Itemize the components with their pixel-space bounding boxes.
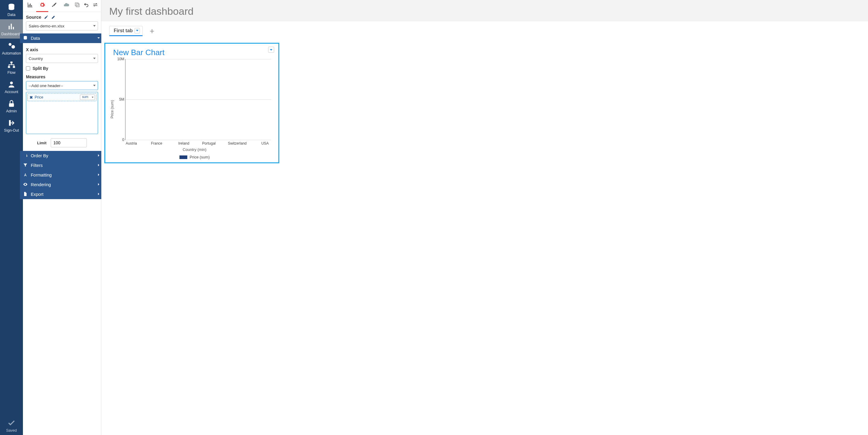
- svg-rect-7: [8, 66, 10, 68]
- x-axis-ticks: AustriaBelgiumFranceGermanyIrelandItalyP…: [125, 141, 271, 145]
- limit-input[interactable]: [51, 138, 87, 147]
- section-label: Filters: [31, 163, 42, 168]
- section-filters[interactable]: Filters: [20, 161, 104, 170]
- tool-style[interactable]: [48, 0, 60, 12]
- dashboard-canvas: First tab ＋ New Bar Chart Price (sum) 05…: [101, 22, 868, 435]
- svg-point-5: [11, 45, 15, 49]
- nav-item-label: Automation: [2, 51, 21, 56]
- xaxis-select[interactable]: Country: [26, 54, 98, 63]
- nav-item-signout[interactable]: Sign-Out: [0, 116, 23, 135]
- nav-item-label: Saved: [6, 428, 17, 433]
- cloud-icon: [63, 2, 69, 9]
- section-label: Rendering: [31, 182, 51, 187]
- measure-agg-select[interactable]: sum: [80, 95, 95, 100]
- main-area: My first dashboard First tab ＋ New Bar C…: [101, 0, 868, 435]
- file-icon: [23, 192, 28, 197]
- svg-rect-14: [75, 3, 78, 6]
- svg-point-16: [24, 36, 27, 37]
- chart-card[interactable]: New Bar Chart Price (sum) 05M10M Austria…: [104, 43, 279, 163]
- svg-point-9: [10, 81, 13, 85]
- tabs-row: First tab ＋: [101, 22, 868, 37]
- gears-icon: [7, 41, 16, 50]
- section-label: Formatting: [31, 173, 52, 177]
- source-label: Source: [26, 14, 41, 20]
- tool-exchange[interactable]: [73, 0, 82, 12]
- tool-settings[interactable]: [36, 0, 48, 12]
- section-rendering[interactable]: Rendering: [20, 180, 104, 190]
- edit-source-icon[interactable]: [44, 15, 49, 20]
- section-label: Order By: [31, 153, 48, 158]
- tool-chart-type[interactable]: [24, 0, 36, 12]
- swap-icon: [92, 2, 98, 9]
- tool-undo[interactable]: [82, 0, 91, 12]
- nav-rail: Data Dashboards Automation Flow Account …: [0, 0, 23, 435]
- gear-icon: [39, 2, 45, 9]
- tool-cloud[interactable]: [60, 0, 72, 12]
- nav-item-saved: Saved: [0, 416, 23, 435]
- limit-label: Limit: [37, 141, 46, 145]
- measure-chip-price[interactable]: ✖ Price sum: [27, 93, 96, 101]
- svg-point-4: [9, 43, 11, 46]
- gridline: [125, 140, 271, 140]
- svg-rect-1: [9, 26, 10, 30]
- chevron-right-icon: [96, 153, 101, 159]
- pencil-icon[interactable]: [51, 15, 56, 20]
- database-icon: [23, 36, 28, 41]
- nav-item-label: Data: [7, 13, 16, 17]
- config-panel: Source Sales-demo-en.xlsx Data X axis Co…: [23, 0, 101, 435]
- section-label: Data: [31, 36, 40, 41]
- tool-swap[interactable]: [91, 0, 100, 12]
- database-icon: [7, 3, 16, 11]
- chevron-right-icon: [96, 163, 101, 168]
- brush-icon: [51, 2, 57, 9]
- section-formatting[interactable]: Formatting: [20, 170, 104, 180]
- tree-icon: [7, 61, 16, 69]
- chart-title: New Bar Chart: [113, 48, 274, 57]
- splitby-checkbox[interactable]: [26, 66, 30, 70]
- user-icon: [7, 80, 16, 89]
- svg-rect-10: [9, 103, 14, 107]
- section-data[interactable]: Data: [20, 33, 104, 43]
- section-export[interactable]: Export: [20, 190, 104, 199]
- chart-menu-dropdown[interactable]: [268, 47, 274, 53]
- nav-item-label: Sign-Out: [4, 128, 19, 133]
- add-tab-button[interactable]: ＋: [146, 24, 158, 37]
- svg-rect-2: [11, 24, 12, 30]
- nav-item-flow[interactable]: Flow: [0, 58, 23, 77]
- remove-measure-icon[interactable]: ✖: [30, 95, 33, 100]
- measures-add-select[interactable]: --Add one header--: [26, 81, 98, 90]
- section-orderby[interactable]: Order By: [20, 151, 104, 161]
- chevron-right-icon: [96, 172, 101, 178]
- undo-icon: [83, 2, 89, 9]
- signout-icon: [7, 119, 16, 127]
- y-tick-label: 5M: [115, 97, 124, 102]
- sort-icon: [23, 153, 28, 159]
- tab-menu-dropdown[interactable]: [134, 28, 140, 33]
- nav-item-dashboards[interactable]: Dashboards: [0, 19, 23, 39]
- legend-label: Price (sum): [190, 155, 210, 159]
- data-section-body: X axis Country Split By Measures --Add o…: [23, 43, 101, 151]
- measures-dropzone[interactable]: ✖ Price sum: [26, 92, 98, 134]
- splitby-row[interactable]: Split By: [26, 66, 98, 71]
- eye-icon: [23, 182, 28, 188]
- x-tick-label: France: [151, 141, 163, 145]
- svg-rect-13: [31, 5, 32, 7]
- xaxis-label: X axis: [26, 47, 98, 52]
- nav-item-account[interactable]: Account: [0, 77, 23, 96]
- chart-toolbar: [23, 0, 101, 12]
- bar-chart-icon: [7, 22, 16, 31]
- filter-icon: [23, 163, 28, 168]
- nav-item-data[interactable]: Data: [0, 0, 23, 19]
- svg-rect-8: [13, 66, 15, 68]
- bar-chart-icon: [27, 2, 33, 9]
- svg-rect-12: [30, 4, 31, 7]
- dashboard-title[interactable]: My first dashboard: [101, 0, 868, 22]
- nav-item-automation[interactable]: Automation: [0, 39, 23, 58]
- splitby-label: Split By: [33, 66, 48, 71]
- tab-first[interactable]: First tab: [109, 26, 143, 36]
- source-select[interactable]: Sales-demo-en.xlsx: [26, 22, 98, 30]
- bars-container: [125, 59, 271, 140]
- legend-swatch: [180, 156, 187, 159]
- nav-item-admin[interactable]: Admin: [0, 96, 23, 116]
- y-tick-label: 0: [115, 138, 124, 142]
